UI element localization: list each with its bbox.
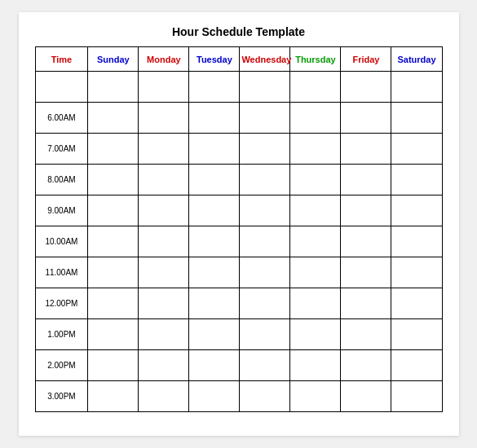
schedule-cell[interactable] (88, 72, 139, 103)
time-cell: 7.00AM (35, 134, 88, 165)
schedule-cell[interactable] (290, 350, 341, 381)
schedule-cell[interactable] (391, 381, 442, 412)
schedule-cell[interactable] (139, 381, 189, 412)
schedule-cell[interactable] (290, 319, 341, 350)
schedule-cell[interactable] (139, 165, 189, 195)
col-header-monday: Monday (139, 47, 189, 72)
schedule-cell[interactable] (391, 134, 442, 165)
schedule-cell[interactable] (341, 72, 391, 103)
schedule-cell[interactable] (88, 134, 139, 165)
schedule-cell[interactable] (139, 226, 189, 257)
schedule-cell[interactable] (391, 103, 442, 134)
col-header-saturday: Saturday (391, 47, 442, 72)
schedule-cell[interactable] (139, 288, 189, 319)
col-header-time: Time (35, 47, 88, 72)
schedule-cell[interactable] (240, 319, 290, 350)
schedule-cell[interactable] (240, 381, 290, 412)
schedule-cell[interactable] (240, 288, 290, 319)
schedule-cell[interactable] (391, 165, 442, 195)
time-cell (35, 72, 88, 103)
schedule-cell[interactable] (341, 257, 391, 288)
schedule-cell[interactable] (139, 195, 189, 226)
schedule-cell[interactable] (88, 381, 139, 412)
schedule-cell[interactable] (290, 165, 341, 195)
schedule-cell[interactable] (341, 226, 391, 257)
time-cell: 10.00AM (35, 226, 88, 257)
schedule-cell[interactable] (189, 103, 240, 134)
schedule-cell[interactable] (88, 165, 139, 195)
schedule-cell[interactable] (189, 319, 240, 350)
col-header-wednesday: Wednesday (240, 47, 290, 72)
schedule-cell[interactable] (341, 319, 391, 350)
schedule-cell[interactable] (341, 103, 391, 134)
schedule-cell[interactable] (189, 257, 240, 288)
schedule-cell[interactable] (341, 165, 391, 195)
time-cell: 12.00PM (35, 288, 88, 319)
schedule-cell[interactable] (290, 226, 341, 257)
schedule-cell[interactable] (139, 350, 189, 381)
schedule-cell[interactable] (189, 226, 240, 257)
schedule-cell[interactable] (189, 381, 240, 412)
table-row: 8.00AM (35, 165, 442, 195)
schedule-cell[interactable] (290, 195, 341, 226)
schedule-cell[interactable] (189, 350, 240, 381)
schedule-cell[interactable] (391, 257, 442, 288)
schedule-cell[interactable] (189, 134, 240, 165)
schedule-cell[interactable] (88, 226, 139, 257)
col-header-sunday: Sunday (88, 47, 139, 72)
schedule-cell[interactable] (391, 195, 442, 226)
schedule-cell[interactable] (240, 257, 290, 288)
schedule-cell[interactable] (240, 103, 290, 134)
time-cell: 2.00PM (35, 350, 88, 381)
col-header-friday: Friday (341, 47, 391, 72)
schedule-cell[interactable] (290, 288, 341, 319)
schedule-cell[interactable] (391, 350, 442, 381)
schedule-cell[interactable] (341, 288, 391, 319)
schedule-cell[interactable] (189, 165, 240, 195)
time-cell: 1.00PM (35, 319, 88, 350)
schedule-cell[interactable] (88, 257, 139, 288)
schedule-cell[interactable] (290, 134, 341, 165)
table-row: 9.00AM (35, 195, 442, 226)
schedule-cell[interactable] (391, 226, 442, 257)
schedule-table: Time Sunday Monday Tuesday Wednesday Thu… (35, 46, 443, 412)
schedule-cell[interactable] (139, 134, 189, 165)
schedule-cell[interactable] (341, 381, 391, 412)
table-row: 12.00PM (35, 288, 442, 319)
schedule-cell[interactable] (139, 72, 189, 103)
schedule-cell[interactable] (240, 165, 290, 195)
time-cell: 11.00AM (35, 257, 88, 288)
schedule-cell[interactable] (189, 195, 240, 226)
schedule-cell[interactable] (290, 257, 341, 288)
schedule-cell[interactable] (290, 381, 341, 412)
schedule-cell[interactable] (88, 319, 139, 350)
schedule-cell[interactable] (139, 257, 189, 288)
schedule-cell[interactable] (240, 226, 290, 257)
schedule-cell[interactable] (88, 195, 139, 226)
schedule-cell[interactable] (391, 72, 442, 103)
schedule-cell[interactable] (88, 103, 139, 134)
schedule-cell[interactable] (139, 319, 189, 350)
table-row: 11.00AM (35, 257, 442, 288)
schedule-cell[interactable] (290, 103, 341, 134)
page-title: Hour Schedule Template (35, 25, 443, 38)
table-row (35, 72, 442, 103)
schedule-cell[interactable] (240, 350, 290, 381)
schedule-cell[interactable] (240, 134, 290, 165)
schedule-cell[interactable] (341, 350, 391, 381)
schedule-cell[interactable] (240, 72, 290, 103)
schedule-cell[interactable] (139, 103, 189, 134)
schedule-cell[interactable] (391, 288, 442, 319)
schedule-cell[interactable] (290, 72, 341, 103)
schedule-cell[interactable] (189, 288, 240, 319)
table-row: 10.00AM (35, 226, 442, 257)
schedule-cell[interactable] (240, 195, 290, 226)
schedule-cell[interactable] (189, 72, 240, 103)
schedule-cell[interactable] (88, 350, 139, 381)
schedule-cell[interactable] (88, 288, 139, 319)
schedule-cell[interactable] (341, 195, 391, 226)
schedule-cell[interactable] (341, 134, 391, 165)
schedule-cell[interactable] (391, 319, 442, 350)
table-row: 3.00PM (35, 381, 442, 412)
table-row: 2.00PM (35, 350, 442, 381)
